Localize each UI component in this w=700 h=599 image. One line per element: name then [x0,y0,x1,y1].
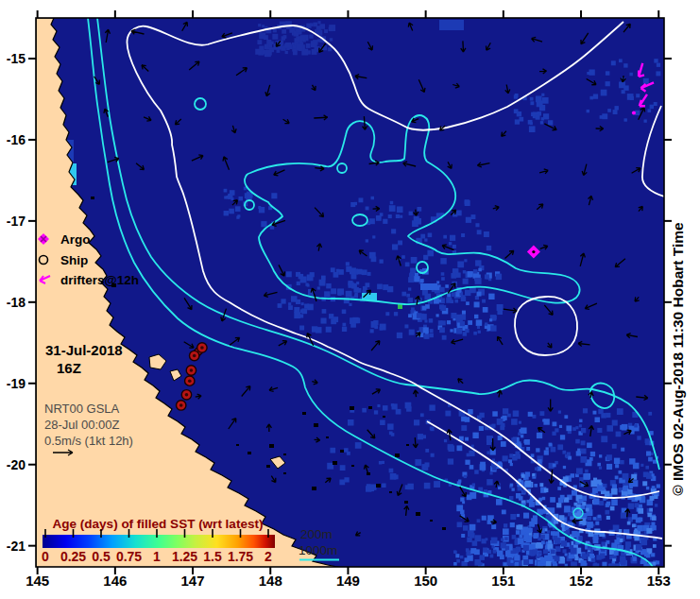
map-time-label: 16Z [57,360,81,376]
y-tick-label: -17 [7,214,26,229]
x-tick-label: 148 [259,573,282,589]
gsla-valid-label: 28-Jul 00:00Z [44,418,120,432]
ship-observation-marker [197,343,207,352]
depth-label-200m: 200m [300,527,333,541]
x-tick-label: 151 [491,573,515,589]
x-tick-label: 145 [26,573,49,589]
ship-observation-marker [177,401,186,410]
gsla-product-label: NRT00 GSLA [44,402,120,416]
x-tick-label: 149 [336,573,360,589]
y-tick-label: -15 [7,51,26,66]
colorbar-title: Age (days) of filled SST (wrt latest) [53,517,264,531]
ship-observation-marker [189,351,198,360]
y-tick-label: -16 [7,132,26,147]
ship-observation-marker [181,390,191,400]
map-date-label: 31-Jul-2018 [45,342,123,358]
sst-age-map-figure: Argo Ship drifters@12h 31-Jul-2018 16Z N… [0,0,700,599]
drifter-marker-dot [632,111,636,115]
colorbar-tick-label: 1 [153,549,161,564]
colorbar-tick-label: 2 [265,549,272,564]
depth-label-1000m: 1000m [299,543,337,557]
colorbar-tick-label: 1.75 [228,549,253,564]
legend-label-argo: Argo [60,232,91,247]
y-tick-label: -20 [7,457,26,472]
colorbar-tick-label: 0.75 [116,549,142,564]
x-tick-label: 153 [647,573,671,589]
colorbar-tick-label: 0 [42,549,49,564]
y-tick-label: -21 [7,539,26,554]
ship-observation-marker [186,366,196,375]
legend-label-drifters: drifters@12h [60,273,139,287]
x-tick-label: 152 [570,573,593,589]
colorbar-tick-label: 1.5 [203,549,222,564]
colorbar-tick-label: 1.25 [172,549,197,564]
imos-credit-label: © IMOS 02-Aug-2018 11:30 Hobart Time [670,222,686,496]
x-tick-label: 147 [181,573,205,589]
x-tick-label: 150 [414,573,437,589]
age-colorbar: Age (days) of filled SST (wrt latest) 00… [42,517,275,564]
colorbar-tick-label: 0.5 [92,549,111,564]
y-tick-label: -18 [7,295,26,310]
x-tick-label: 146 [103,573,127,589]
colorbar-tick-label: 0.25 [60,549,86,564]
gsla-scale-label: 0.5m/s (1kt 12h) [44,434,133,448]
y-tick-label: -19 [7,376,26,391]
legend-label-ship: Ship [60,253,88,267]
ship-observation-marker [185,376,195,385]
